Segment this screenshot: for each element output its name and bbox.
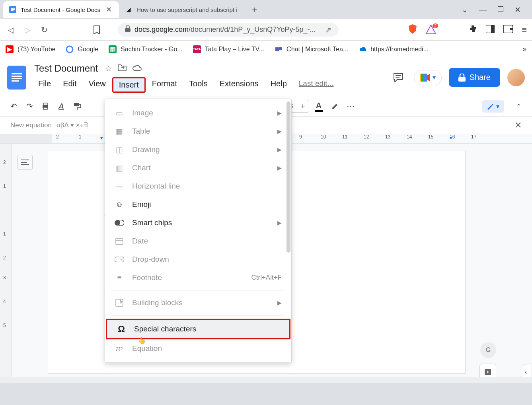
indent-marker-icon[interactable]: ▾ [100, 135, 103, 141]
spellcheck-button[interactable]: A [55, 100, 68, 113]
menu-extensions[interactable]: Extensions [214, 77, 264, 93]
editing-mode-button[interactable]: ▾ [482, 100, 504, 113]
collapse-toolbar-icon[interactable]: ⌃ [512, 100, 525, 113]
bookmark-overflow-icon[interactable]: » [522, 45, 526, 53]
document-title[interactable]: Test Document [33, 62, 99, 75]
undo-button[interactable]: ↶ [7, 100, 20, 113]
menu-view[interactable]: View [83, 77, 111, 93]
document-outline-button[interactable] [18, 155, 33, 170]
svg-rect-1 [11, 8, 15, 9]
separator [111, 290, 285, 290]
reload-button[interactable]: ↻ [39, 25, 49, 35]
svg-rect-21 [74, 103, 79, 106]
bookmark-item[interactable]: Google [66, 45, 98, 53]
insert-menu-dropdown: ▭Image▶ ▦Table▶ ◫Drawing▶ ▥Chart▶ —Horiz… [105, 99, 292, 363]
grammarly-icon[interactable]: G [480, 342, 496, 358]
equation-symbols[interactable]: αβΔ ▾ ×÷∃ [57, 121, 88, 129]
tab-title: Test Document - Google Docs [21, 6, 100, 13]
bookmark-item[interactable]: Chat | Microsoft Tea... [275, 45, 348, 53]
menu-item-image[interactable]: ▭Image▶ [105, 104, 291, 122]
close-window-button[interactable]: ✕ [514, 5, 521, 14]
menu-item-date[interactable]: Date [105, 232, 291, 250]
svg-point-11 [279, 47, 282, 50]
redo-button[interactable]: ↷ [23, 100, 36, 113]
lock-icon [458, 74, 466, 82]
bookmark-item[interactable]: ▦Sachin Tracker - Go... [109, 45, 183, 53]
docs-logo[interactable] [7, 66, 26, 90]
more-toolbar-icon[interactable]: ⋯ [344, 100, 357, 113]
browser-tab-active[interactable]: Test Document - Google Docs ✕ [3, 1, 119, 18]
extensions-icon[interactable] [468, 25, 477, 35]
highlight-color-button[interactable] [328, 100, 341, 113]
svg-rect-3 [11, 10, 14, 11]
account-avatar[interactable] [507, 69, 525, 86]
url-domain: docs.google.com [134, 25, 189, 33]
menu-edit[interactable]: Edit [57, 77, 82, 93]
close-icon[interactable]: ✕ [104, 5, 113, 14]
new-equation-button[interactable]: New equation [10, 121, 52, 129]
paint-format-button[interactable] [71, 100, 84, 113]
cloud-status-icon[interactable] [132, 64, 142, 73]
horizontal-scrollbar[interactable] [0, 377, 532, 383]
share-url-icon[interactable]: ⇗ [325, 25, 331, 34]
indent-marker-icon[interactable]: ▾ [450, 135, 452, 141]
font-size-increase[interactable]: + [297, 100, 309, 112]
url-path: /document/d/1hP_y_UsnQ7YoPy-5p_-... [189, 25, 316, 33]
menu-format[interactable]: Format [146, 77, 183, 93]
menu-item-equation[interactable]: π2Equation [105, 339, 291, 358]
table-icon: ▦ [115, 127, 124, 136]
youtube-icon: ▶ [6, 45, 14, 53]
bookmark-item[interactable]: ▶(73) YouTube [6, 45, 55, 53]
menu-item-drawing[interactable]: ◫Drawing▶ [105, 140, 291, 159]
pi-icon: π2 [115, 344, 124, 353]
back-button[interactable]: ◁ [6, 25, 16, 35]
onedrive-icon [359, 45, 366, 53]
chevron-down-icon[interactable]: ⌄ [462, 5, 468, 14]
line-icon: — [115, 181, 124, 191]
menu-item-footnote[interactable]: ≡FootnoteCtrl+Alt+F [105, 269, 291, 287]
brave-rewards-icon[interactable]: 2 [426, 25, 436, 35]
menu-item-special-characters[interactable]: ΩSpecial characters [107, 320, 289, 338]
menu-item-table[interactable]: ▦Table▶ [105, 122, 291, 140]
vertical-ruler[interactable]: 2 1 1 2 3 4 5 [0, 144, 12, 382]
browser-tab[interactable]: ◢ How to use superscript and subscript i [119, 1, 243, 18]
tab-strip: Test Document - Google Docs ✕ ◢ How to u… [0, 0, 532, 19]
minimize-button[interactable]: — [479, 5, 487, 14]
bookmark-item[interactable]: https://framedmedi... [359, 45, 429, 53]
menu-help[interactable]: Help [265, 77, 292, 93]
maximize-button[interactable] [498, 5, 503, 14]
brave-shield-icon[interactable] [408, 24, 417, 36]
svg-rect-8 [510, 28, 513, 30]
menu-item-dropdown[interactable]: Drop-down [105, 250, 291, 269]
forward-button[interactable]: ▷ [22, 25, 33, 35]
footnote-icon: ≡ [115, 273, 124, 282]
sidepanel-icon[interactable] [486, 25, 495, 35]
url-input[interactable]: docs.google.com/document/d/1hP_y_UsnQ7Yo… [118, 23, 339, 37]
text-color-button[interactable]: A [312, 100, 325, 113]
meet-icon [420, 74, 430, 82]
scrollbar[interactable] [286, 101, 290, 253]
comment-history-icon[interactable] [390, 69, 407, 86]
move-icon[interactable] [118, 64, 127, 73]
new-tab-button[interactable]: ＋ [243, 4, 266, 16]
chevron-right-icon: ▶ [277, 146, 282, 153]
menu-item-emoji[interactable]: ☺Emoji [105, 195, 291, 214]
bookmark-item[interactable]: TATATata Play – Live TV... [193, 45, 264, 53]
menu-item-chart[interactable]: ▥Chart▶ [105, 159, 291, 177]
menu-file[interactable]: File [33, 77, 57, 93]
menu-item-smart-chips[interactable]: Smart chips▶ [105, 214, 291, 232]
menu-item-building-blocks[interactable]: Building blocks▶ [105, 294, 291, 312]
share-button[interactable]: Share [449, 68, 500, 87]
wallet-icon[interactable] [503, 25, 513, 35]
star-icon[interactable]: ☆ [105, 64, 112, 73]
browser-chrome: Test Document - Google Docs ✕ ◢ How to u… [0, 0, 532, 58]
menu-insert[interactable]: Insert [112, 77, 146, 93]
close-icon[interactable]: ✕ [514, 120, 522, 130]
menu-item-horizontal-line[interactable]: —Horizontal line [105, 177, 291, 195]
browser-menu-icon[interactable]: ≡ [522, 25, 526, 35]
last-edit-link[interactable]: Last edit... [299, 77, 334, 93]
bookmark-icon[interactable] [92, 25, 102, 35]
menu-tools[interactable]: Tools [183, 77, 213, 93]
meet-button[interactable]: ▾ [414, 70, 442, 85]
print-button[interactable] [39, 100, 52, 113]
